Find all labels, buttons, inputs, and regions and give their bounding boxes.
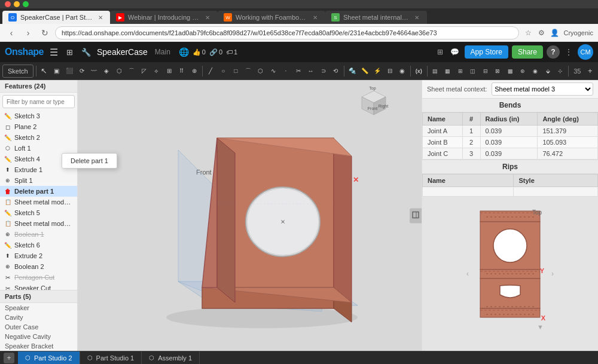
tool-chamfer[interactable]: ◸ xyxy=(139,64,150,78)
user-icon[interactable]: 👤 xyxy=(549,27,560,38)
add-tab-button[interactable]: + xyxy=(4,353,14,363)
address-input[interactable] xyxy=(55,26,519,39)
tab-close-sheet[interactable]: ✕ xyxy=(413,13,421,22)
viewport[interactable]: Front Right xyxy=(78,80,422,351)
link-count[interactable]: 🔗 0 xyxy=(209,48,222,56)
axis-cube[interactable]: Top Front Right xyxy=(356,85,392,121)
tool-rect[interactable]: □ xyxy=(230,64,242,78)
tool-mirror[interactable]: ⊞ xyxy=(163,64,175,78)
avatar[interactable]: CM xyxy=(578,44,593,60)
tools-icon[interactable]: 🔧 xyxy=(79,47,93,58)
tool-sheet1[interactable]: ▤ xyxy=(430,64,441,78)
feature-item-boolean2[interactable]: ⊕ Boolean 2 xyxy=(0,261,77,272)
tool-fn[interactable]: (x) xyxy=(413,64,425,78)
part-item-outercase[interactable]: Outer Case xyxy=(0,322,77,332)
feature-item-sheetmetal3[interactable]: 📋 Sheet metal model 3 xyxy=(0,218,77,229)
reload-button[interactable]: ↻ xyxy=(38,26,51,39)
feature-item-speakercut[interactable]: ✂ Speaker Cut xyxy=(0,283,77,290)
tool-sheet11[interactable]: ⊹ xyxy=(555,64,566,78)
preview-left-arrow[interactable]: ‹ xyxy=(466,270,469,278)
tool-extend[interactable]: ↔ xyxy=(305,64,316,78)
feature-item-plane2[interactable]: ◻ Plane 2 xyxy=(0,121,77,132)
tool-plus[interactable]: + xyxy=(584,64,596,78)
tool-sheet4[interactable]: ◫ xyxy=(467,64,478,78)
share-button[interactable]: Share xyxy=(512,45,543,59)
tool-sheet3[interactable]: ⊞ xyxy=(454,64,466,78)
chat-btn[interactable]: 💬 xyxy=(448,46,461,58)
tool-sim[interactable]: ⚡ xyxy=(371,64,383,78)
tab-close-onshape[interactable]: ✕ xyxy=(97,13,104,22)
tool-revolve[interactable]: ⟳ xyxy=(76,64,87,78)
feature-item-extrude2[interactable]: ⬆ Extrude 2 xyxy=(0,250,77,261)
app-store-button[interactable]: App Store xyxy=(465,45,508,59)
tool-shell[interactable]: ⬡ xyxy=(114,64,125,78)
extensions-icon[interactable]: ⚙ xyxy=(536,27,547,38)
tool-polygon[interactable]: ⬡ xyxy=(255,64,267,78)
help-button[interactable]: ? xyxy=(547,45,560,59)
tool-assembly[interactable]: 🔩 xyxy=(347,64,358,78)
tool-sheet9[interactable]: ◉ xyxy=(530,64,541,78)
feature-item-split1[interactable]: ⊕ Split 1 xyxy=(0,175,77,186)
tab-sheet[interactable]: S Sheet metal internal corner fli… ✕ xyxy=(325,11,427,24)
tool-point[interactable]: · xyxy=(280,64,291,78)
tab-close-foamboard[interactable]: ✕ xyxy=(311,13,319,22)
feature-item-sketch2[interactable]: ✏️ Sketch 2 xyxy=(0,132,77,143)
more-btn[interactable]: ⋮ xyxy=(563,46,574,58)
feature-item-pentagoncut[interactable]: ✂ Pentagon Cut xyxy=(0,272,77,283)
bottom-tab-partstudio1[interactable]: ⬡ Part Studio 1 xyxy=(80,351,142,365)
feature-search-input[interactable] xyxy=(2,95,75,108)
bottom-tab-partstudio2[interactable]: ⬡ Part Studio 2 xyxy=(18,351,80,365)
part-item-negativecavity[interactable]: Negative Cavity xyxy=(0,332,77,341)
tool-sweep[interactable]: 〰 xyxy=(89,64,100,78)
hamburger-menu[interactable]: ☰ xyxy=(47,45,60,59)
grid-icon[interactable]: ⊞ xyxy=(64,47,75,58)
thumbs-count[interactable]: 👍 0 xyxy=(193,48,206,56)
part-item-speaker[interactable]: Speaker xyxy=(0,303,77,313)
tab-foamboard[interactable]: W Working with Foamboard - C… ✕ xyxy=(218,11,325,24)
tab-close-webinar[interactable]: ✕ xyxy=(203,13,212,22)
part-item-speakerbracket[interactable]: Speaker Bracket xyxy=(0,341,77,351)
feature-item-sketch3[interactable]: ✏️ Sketch 3 xyxy=(0,111,77,121)
tool-render[interactable]: ◉ xyxy=(396,64,408,78)
maximize-dot[interactable] xyxy=(23,1,29,7)
tool-sheet6[interactable]: ⊠ xyxy=(492,64,504,78)
close-dot[interactable] xyxy=(5,1,11,7)
minimize-dot[interactable] xyxy=(14,1,20,7)
feature-item-deletepart1[interactable]: 🗑 Delete part 1 xyxy=(0,186,77,197)
tool-draft[interactable]: ⟡ xyxy=(151,64,163,78)
tab-onshape[interactable]: O SpeakerCase | Part Studio 2 ✕ xyxy=(2,11,110,24)
feature-item-sheetmetal1[interactable]: 📋 Sheet metal model 1 xyxy=(0,197,77,207)
part-item-cavity[interactable]: Cavity xyxy=(0,313,77,322)
tool-circle[interactable]: ○ xyxy=(218,64,229,78)
globe-icon[interactable]: 🌐 xyxy=(179,47,189,57)
tool-offset[interactable]: ⊃ xyxy=(318,64,329,78)
feature-item-sketch6[interactable]: ✏️ Sketch 6 xyxy=(0,240,77,250)
tool-transform[interactable]: ⟲ xyxy=(330,64,341,78)
sketch-button[interactable]: Sketch xyxy=(2,65,33,78)
bottom-tab-assembly1[interactable]: ⬡ Assembly 1 xyxy=(142,351,200,365)
bookmark-icon[interactable]: ☆ xyxy=(523,27,533,38)
tool-extrude[interactable]: ⬛ xyxy=(63,64,75,78)
tool-select[interactable]: ↖ xyxy=(38,64,50,78)
tool-sheet10[interactable]: ⬙ xyxy=(542,64,554,78)
tag-count[interactable]: 🏷 1 xyxy=(226,48,237,56)
tool-arc[interactable]: ⌒ xyxy=(243,64,254,78)
feature-item-loft1[interactable]: ⬡ Loft 1 xyxy=(0,143,77,154)
context-menu-deletepart1[interactable]: Delete part 1 xyxy=(62,155,117,167)
tool-line[interactable]: ╱ xyxy=(205,64,216,78)
tool-sheet7[interactable]: ▩ xyxy=(505,64,516,78)
tool-sheet8[interactable]: ⊛ xyxy=(517,64,529,78)
preview-right-arrow[interactable]: › xyxy=(551,270,554,278)
tool-sheet5[interactable]: ⊟ xyxy=(480,64,491,78)
tool-fillet[interactable]: ⌒ xyxy=(126,64,138,78)
tool-trim[interactable]: ✂ xyxy=(292,64,304,78)
sheet-metal-context-select[interactable]: Sheet metal model 3 xyxy=(492,82,593,96)
feature-item-sketch5[interactable]: ✏️ Sketch 5 xyxy=(0,207,77,218)
feature-item-boolean1[interactable]: ⊕ Boolean 1 xyxy=(0,229,77,240)
tool-sheet2[interactable]: ▦ xyxy=(442,64,453,78)
tool-pattern[interactable]: ⠿ xyxy=(176,64,187,78)
forward-button[interactable]: › xyxy=(22,26,35,39)
tool-section[interactable]: ⊟ xyxy=(384,64,395,78)
panel-toggle-btn[interactable] xyxy=(410,208,422,223)
tool-loft[interactable]: ◈ xyxy=(101,64,112,78)
